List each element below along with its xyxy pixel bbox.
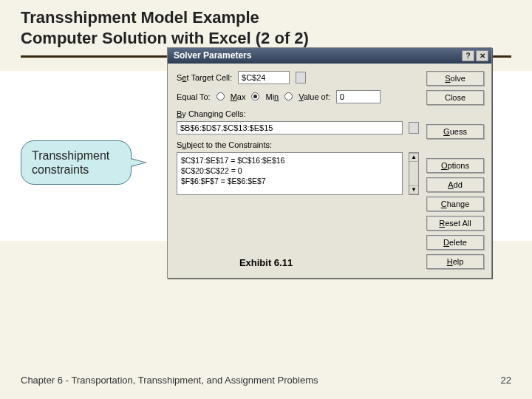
valueof-label: Value of: [299, 92, 330, 101]
constraint-row[interactable]: $C$17:$E$17 = $C$16:$E$16 [181, 155, 398, 166]
radio-valueof[interactable] [284, 92, 293, 100]
guess-button[interactable]: Guess [426, 124, 484, 139]
scroll-up-icon[interactable]: ▲ [409, 153, 418, 162]
close-button[interactable]: Close [426, 90, 484, 105]
help-button[interactable]: Help [426, 254, 484, 269]
scroll-down-icon[interactable]: ▼ [409, 185, 418, 194]
callout-bubble: Transshipment constraints [21, 140, 132, 185]
dialog-titlebar[interactable]: Solver Parameters ? ✕ [168, 48, 491, 64]
constraint-row[interactable]: $C$20:$C$22 = 0 [181, 166, 398, 176]
constraints-label: Subject to the Constraints: [177, 140, 419, 149]
changing-cells-label: By Changing Cells: [177, 109, 419, 118]
solver-dialog: Solver Parameters ? ✕ Set Target Cell: $… [167, 47, 492, 279]
equal-to-label: Equal To: [177, 92, 211, 101]
target-cell-input[interactable]: $C$24 [238, 71, 290, 84]
footer-text: Chapter 6 - Transportation, Transshipmen… [21, 375, 318, 386]
add-button[interactable]: Add [426, 177, 484, 192]
constraint-row[interactable]: $F$6:$F$7 = $E$6:$E$7 [181, 176, 398, 186]
change-button[interactable]: Change [426, 197, 484, 211]
constraints-listbox[interactable]: $C$17:$E$17 = $C$16:$E$16 $C$20:$C$22 = … [177, 152, 403, 195]
title-block: Transshipment Model Example Computer Sol… [21, 7, 511, 48]
footer: Chapter 6 - Transportation, Transshipmen… [21, 375, 511, 386]
valueof-input[interactable]: 0 [336, 90, 381, 103]
max-label: Max [231, 92, 246, 101]
dialog-title: Solver Parameters [174, 50, 251, 61]
changing-cells-input[interactable]: $B$6:$D$7,$C$13:$E$15 [177, 121, 403, 134]
title-line-1: Transshipment Model Example [21, 7, 511, 28]
min-label: Min [265, 92, 279, 101]
target-cell-label: Set Target Cell: [177, 73, 232, 82]
range-picker-icon[interactable] [296, 72, 306, 83]
options-button[interactable]: Options [426, 158, 484, 173]
radio-min[interactable] [251, 92, 259, 100]
page-number: 22 [501, 375, 511, 386]
close-icon[interactable]: ✕ [476, 50, 488, 61]
help-icon[interactable]: ? [462, 50, 474, 61]
title-line-2: Computer Solution with Excel (2 of 2) [21, 28, 511, 49]
radio-max[interactable] [216, 92, 225, 100]
delete-button[interactable]: Delete [426, 235, 484, 250]
callout-text: Transshipment constraints [32, 149, 109, 176]
reset-all-button[interactable]: Reset All [426, 216, 484, 231]
scrollbar[interactable]: ▲ ▼ [409, 152, 419, 195]
figure-area: Transshipment constraints Solver Paramet… [0, 71, 532, 241]
solve-button[interactable]: Solve [426, 71, 484, 86]
range-picker-icon-2[interactable] [409, 122, 419, 134]
